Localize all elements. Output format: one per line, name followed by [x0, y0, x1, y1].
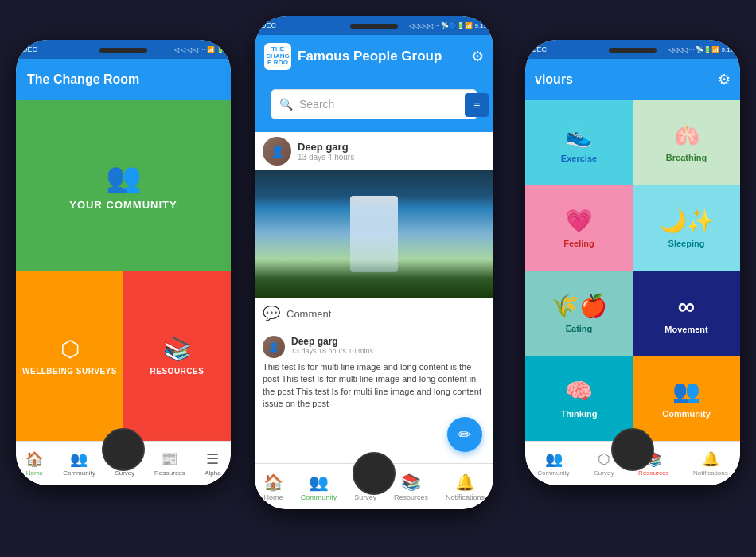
behaviour-community[interactable]: 👥 Community	[633, 356, 740, 441]
nav-notifications-center-label: Notifications	[446, 493, 485, 501]
status-icons-center: ◁◁◁◁◁ ··· 📡🔵🔋📶 9:11	[409, 22, 487, 29]
filter-icon[interactable]: ≡	[465, 93, 489, 117]
nav-community-left[interactable]: 👥 Community	[63, 450, 95, 477]
settings-icon-right[interactable]: ⚙	[718, 71, 731, 88]
status-carrier-right: DEC	[532, 45, 547, 53]
fab-edit-button[interactable]: ✏	[447, 417, 482, 452]
resources-icon-right: 📚	[645, 450, 662, 468]
header-left: THECHANGE ROO Famous People Group	[264, 43, 442, 70]
comment-icon: 💬	[263, 305, 280, 322]
community-block[interactable]: 👥 YOUR COMMUNITY	[16, 100, 231, 271]
nav-notifications-center[interactable]: 🔔 Notifications	[446, 473, 485, 501]
content-header: 👤 Deep garg 13 days 18 hours 10 mins	[263, 336, 485, 361]
community-label: YOUR COMMUNITY	[69, 199, 177, 211]
wellbeing-icon: ⬡	[60, 336, 80, 362]
avatar-content: 👤	[263, 336, 285, 358]
settings-icon-center[interactable]: ⚙	[471, 48, 484, 65]
nav-home-left[interactable]: 🏠 Home	[25, 450, 43, 477]
search-placeholder: Search	[299, 98, 469, 111]
nav-resources-center-label: Resources	[394, 493, 428, 501]
thinking-icon: 🧠	[565, 378, 593, 404]
nav-alpha-label: Alpha	[205, 469, 220, 477]
bottom-blocks: ⬡ WELLBEING SURVEYS 📚 RESOURCES	[16, 271, 231, 441]
phone-center: DEC ◁◁◁◁◁ ··· 📡🔵🔋📶 9:11 THECHANGE ROO Fa…	[255, 16, 493, 509]
nav-resources-left[interactable]: 📰 Resources	[154, 450, 185, 477]
left-content: 👥 YOUR COMMUNITY ⬡ WELLBEING SURVEYS 📚 R…	[16, 100, 231, 441]
eating-label: Eating	[566, 324, 593, 333]
content-meta: Deep garg 13 days 18 hours 10 mins	[291, 336, 373, 358]
status-carrier-left: DEC	[22, 45, 37, 53]
nav-community-label: Community	[63, 469, 95, 477]
nav-resources-right[interactable]: 📚 Resources	[638, 450, 668, 477]
nav-survey-right[interactable]: ⬡ Survey	[594, 450, 614, 477]
community-icon-right: 👥	[545, 450, 563, 468]
survey-icon: 📋	[116, 450, 134, 468]
movement-label: Movement	[664, 325, 707, 334]
thinking-label: Thinking	[561, 409, 598, 419]
post-meta: Deep garg 13 days 4 hours	[298, 141, 354, 162]
status-icons-right: ◁◁◁◁ ··· 📡🔋📶 9:12	[668, 46, 734, 53]
app-logo: THECHANGE ROO	[264, 43, 291, 70]
search-bar[interactable]: 🔍 Search	[271, 89, 477, 119]
nav-home-center-label: Home	[263, 493, 283, 501]
nav-community-right[interactable]: 👥 Community	[537, 450, 569, 477]
nav-resources-center[interactable]: 📚 Resources	[394, 473, 428, 501]
wellbeing-label: WELLBEING SURVEYS	[22, 367, 117, 376]
post-body-text: This test Is for multi line image and lo…	[263, 361, 485, 411]
nav-resources-right-label: Resources	[638, 469, 668, 477]
behaviour-exercise[interactable]: 👟 Exercise	[525, 100, 633, 185]
center-header: THECHANGE ROO Famous People Group ⚙	[255, 35, 493, 78]
time-center: 9:11	[474, 22, 487, 29]
sleeping-label: Sleeping	[668, 239, 705, 248]
status-bar-center: DEC ◁◁◁◁◁ ··· 📡🔵🔋📶 9:11	[255, 16, 493, 35]
nav-survey-center[interactable]: ⬡ Survey	[354, 473, 376, 501]
nav-survey-left[interactable]: 📋 Survey	[115, 450, 134, 477]
behaviour-feeling[interactable]: 💗 Feeling	[525, 185, 633, 271]
nav-alpha-left[interactable]: ☰ Alpha	[205, 450, 220, 477]
survey-icon-center: ⬡	[359, 473, 372, 492]
resources-block[interactable]: 📚 RESOURCES	[123, 271, 231, 441]
nav-community-center[interactable]: 👥 Community	[301, 473, 337, 501]
phone-right: DEC ◁◁◁◁ ··· 📡🔋📶 9:12 viours ⚙ 👟 Exercis…	[525, 40, 740, 485]
status-bar-left: DEC ◁ ◁ ◁ ◁ ··· 📶 🔋	[16, 40, 231, 59]
nav-notifications-right[interactable]: 🔔 Notifications	[693, 450, 728, 477]
content-author: Deep garg	[291, 336, 373, 347]
behaviour-eating[interactable]: 🌾🍎 Eating	[525, 271, 633, 356]
right-header: viours ⚙	[525, 59, 740, 100]
resources-icon-center: 📚	[401, 473, 421, 492]
behaviour-movement[interactable]: ∞ Movement	[633, 271, 740, 356]
nav-notifications-right-label: Notifications	[693, 469, 728, 477]
behaviours-grid: 👟 Exercise 🫁 Breathing 💗 Feeling 🌙✨ Slee…	[525, 100, 740, 441]
exercise-label: Exercise	[561, 154, 597, 163]
resources-label: RESOURCES	[150, 367, 205, 376]
nav-survey-right-label: Survey	[594, 469, 614, 477]
community-icon-center: 👥	[309, 473, 329, 492]
right-nav: 👥 Community ⬡ Survey 📚 Resources 🔔 Notif…	[525, 441, 740, 485]
behaviour-sleeping[interactable]: 🌙✨ Sleeping	[633, 185, 740, 271]
community-beh-label: Community	[662, 409, 711, 419]
post-author: Deep garg	[298, 141, 354, 153]
nav-resources-label: Resources	[154, 469, 185, 477]
nav-home-label: Home	[26, 469, 43, 477]
community-beh-icon: 👥	[672, 378, 700, 404]
comment-section[interactable]: 💬 Comment	[255, 298, 493, 329]
post-header: 👤 Deep garg 13 days 4 hours	[255, 132, 493, 170]
phone-left: DEC ◁ ◁ ◁ ◁ ··· 📶 🔋 The Change Room 👥 YO…	[16, 40, 231, 485]
community-nav-icon: 👥	[70, 450, 88, 468]
status-carrier-center: DEC	[261, 21, 276, 29]
sleeping-icon: 🌙✨	[659, 208, 715, 234]
search-icon: 🔍	[279, 98, 293, 111]
wellbeing-block[interactable]: ⬡ WELLBEING SURVEYS	[16, 271, 123, 441]
nav-community-right-label: Community	[537, 469, 569, 477]
behaviour-thinking[interactable]: 🧠 Thinking	[525, 356, 633, 441]
behaviour-breathing[interactable]: 🫁 Breathing	[633, 100, 740, 185]
nav-home-center[interactable]: 🏠 Home	[263, 473, 283, 501]
home-icon-center: 🏠	[263, 473, 283, 492]
notifications-icon-right: 🔔	[702, 450, 719, 468]
content-time: 13 days 18 hours 10 mins	[291, 347, 373, 355]
home-icon: 🏠	[25, 450, 43, 468]
post-time: 13 days 4 hours	[298, 153, 354, 162]
exercise-icon: 👟	[565, 123, 593, 149]
waterfall-visual	[255, 170, 493, 298]
breathing-label: Breathing	[666, 153, 707, 162]
